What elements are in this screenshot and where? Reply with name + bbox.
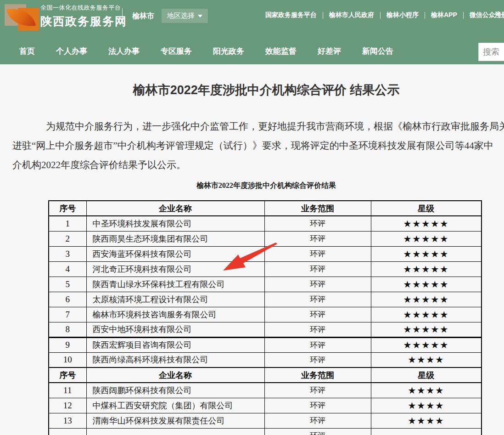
business-scope: 环评	[264, 398, 371, 413]
row-number: 12	[49, 398, 86, 413]
brand-text: 全国一体化在线政务服务平台 陕西政务服务网	[40, 4, 127, 29]
business-scope: 环评	[264, 277, 371, 292]
announcement-paragraph: 为规范中介服务行为，进一步强化中介监管工作，更好地提升我市营商环境，根据《榆林市…	[0, 117, 504, 175]
top-link-separator	[380, 12, 381, 19]
site-header: 全国一体化在线政务服务平台 陕西政务服务网 榆林市 地区选择 国家政务服务平台榆…	[0, 0, 504, 64]
page-title: 榆林市2022年度涉批中介机构综合评价 结果公示	[0, 81, 504, 99]
table-header-row: 序号企业名称业务范围星级	[49, 201, 482, 216]
site-name: 陕西政务服务网	[40, 14, 127, 29]
table-row: 1中圣环境科技发展有限公司环评★★★★★	[49, 216, 482, 231]
company-name: 中圣环境科技发展有限公司	[86, 216, 264, 231]
table-row: 4河北奇正环境科技有限公司环评★★★★★	[49, 261, 482, 277]
business-scope: 环评	[264, 383, 371, 398]
table-row: 9陕西宏辉项目咨询有限公司环评★★★★★	[49, 337, 482, 352]
column-header: 业务范围	[264, 201, 371, 216]
row-number: 13	[49, 413, 86, 428]
platform-tagline: 全国一体化在线政务服务平台	[40, 4, 127, 12]
star-rating: ★★★★★	[371, 292, 482, 307]
company-name: 河北奇正环境科技有限公司	[86, 261, 264, 277]
star-rating: ★★★★	[371, 413, 482, 428]
business-scope: 环评	[264, 307, 371, 322]
company-name: 陕西尚绿高科环境科技有限公司	[86, 352, 264, 367]
star-rating: ★★★★	[371, 398, 482, 413]
nav-item-首页[interactable]: 首页	[19, 46, 35, 56]
table-row: 12中煤科工西安研究院（集团）有限公司环评★★★★	[49, 398, 482, 413]
column-header: 序号	[49, 201, 86, 216]
site-logo[interactable]	[4, 2, 37, 30]
company-name: 榆林市环境科技咨询服务有限公司	[86, 307, 264, 322]
business-scope: 环评	[264, 292, 371, 307]
business-scope: 环评	[264, 261, 371, 277]
row-number: 11	[49, 383, 86, 398]
column-header: 业务范围	[264, 367, 371, 383]
nav-item-好差评[interactable]: 好差评	[318, 46, 341, 56]
evaluation-results-table: 序号企业名称业务范围星级1中圣环境科技发展有限公司环评★★★★★2陕西雨昊生态环…	[48, 200, 482, 435]
column-header: 企业名称	[86, 201, 264, 216]
business-scope: 环评	[264, 322, 371, 337]
table-row: 3西安海蓝环保科技有限公司环评★★★★★	[49, 246, 482, 261]
row-number: 2	[49, 231, 86, 246]
table-row: 8西安中地环境科技有限公司环评★★★★★	[49, 322, 482, 337]
top-link-separator	[425, 12, 425, 19]
nav-item-效能监督[interactable]: 效能监督	[265, 46, 297, 56]
table-row: 6太原核清环境工程设计有限公司环评★★★★★	[49, 292, 482, 307]
current-city-label: 榆林市	[132, 11, 154, 21]
column-header: 企业名称	[86, 367, 264, 383]
star-rating: ★★★★	[371, 383, 482, 398]
business-scope: 环评	[264, 337, 371, 352]
nav-item-法人办事[interactable]: 法人办事	[108, 46, 140, 56]
business-scope: 环评	[264, 216, 371, 231]
company-name: 太原核清环境工程设计有限公司	[86, 292, 264, 307]
column-header: 星级	[371, 367, 482, 383]
region-select-button[interactable]: 地区选择	[162, 9, 208, 23]
company-name: 西安海蓝环保科技有限公司	[86, 246, 264, 261]
star-rating	[371, 428, 482, 435]
row-number: 9	[49, 337, 86, 352]
star-rating: ★★★★★	[371, 337, 482, 352]
paragraph-line: 为规范中介服务行为，进一步强化中介监管工作，更好地提升我市营商环境，根据《榆林市…	[0, 117, 504, 136]
register-link[interactable]: 注册	[495, 11, 504, 19]
top-links: 国家政务服务平台榆林市人民政府榆林小程序榆林APP微信公众号	[265, 11, 502, 19]
star-rating: ★★★★★	[371, 246, 482, 261]
announcement-document: 榆林市2022年度涉批中介机构综合评价 结果公示 为规范中介服务行为，进一步强化…	[0, 64, 504, 435]
row-number: 6	[49, 292, 86, 307]
row-number: 4	[49, 261, 86, 277]
table-header-row: 序号企业名称业务范围星级	[49, 367, 482, 383]
company-name: 中煤科工西安研究院（集团）有限公司	[86, 398, 264, 413]
table-row: 环评	[49, 428, 482, 435]
top-link[interactable]: 榆林APP	[431, 11, 457, 19]
top-link-separator	[463, 12, 464, 19]
nav-item-新闻公告[interactable]: 新闻公告	[362, 46, 393, 56]
star-rating: ★★★★★	[371, 322, 482, 337]
company-name: 渭南华山环保科技发展有限责任公司	[86, 413, 264, 428]
top-link[interactable]: 榆林小程序	[386, 11, 419, 19]
row-number: 7	[49, 307, 86, 322]
business-scope: 环评	[264, 428, 371, 435]
company-name: 陕西宏辉项目咨询有限公司	[86, 337, 264, 352]
row-number: 8	[49, 322, 86, 337]
company-name: 西安中地环境科技有限公司	[86, 322, 264, 337]
column-header: 星级	[371, 201, 482, 216]
company-name: 陕西青山绿水环保科技工程有限公司	[86, 277, 264, 292]
company-name	[86, 428, 264, 435]
business-scope: 环评	[264, 246, 371, 261]
row-number	[49, 428, 86, 435]
nav-item-专区服务[interactable]: 专区服务	[161, 46, 192, 56]
star-rating: ★★★★	[371, 352, 482, 367]
top-link[interactable]: 榆林市人民政府	[329, 11, 374, 19]
row-number: 5	[49, 277, 86, 292]
top-link[interactable]: 国家政务服务平台	[265, 11, 317, 19]
company-name: 陕西阔鹏环保科技有限公司	[86, 383, 264, 398]
search-input[interactable]	[478, 43, 504, 61]
header-divider	[122, 8, 123, 25]
star-rating: ★★★★★	[371, 277, 482, 292]
star-rating: ★★★★★	[371, 307, 482, 322]
company-name: 陕西雨昊生态环境集团有限公司	[86, 231, 264, 246]
nav-item-个人办事[interactable]: 个人办事	[56, 46, 87, 56]
nav-item-阳光政务[interactable]: 阳光政务	[213, 46, 244, 56]
table-row: 10陕西尚绿高科环境科技有限公司环评★★★★	[49, 352, 482, 367]
column-header: 序号	[49, 367, 86, 383]
table-row: 7榆林市环境科技咨询服务有限公司环评★★★★★	[49, 307, 482, 322]
table-row: 13渭南华山环保科技发展有限责任公司环评★★★★	[49, 413, 482, 428]
region-select-label: 地区选择	[167, 11, 195, 20]
